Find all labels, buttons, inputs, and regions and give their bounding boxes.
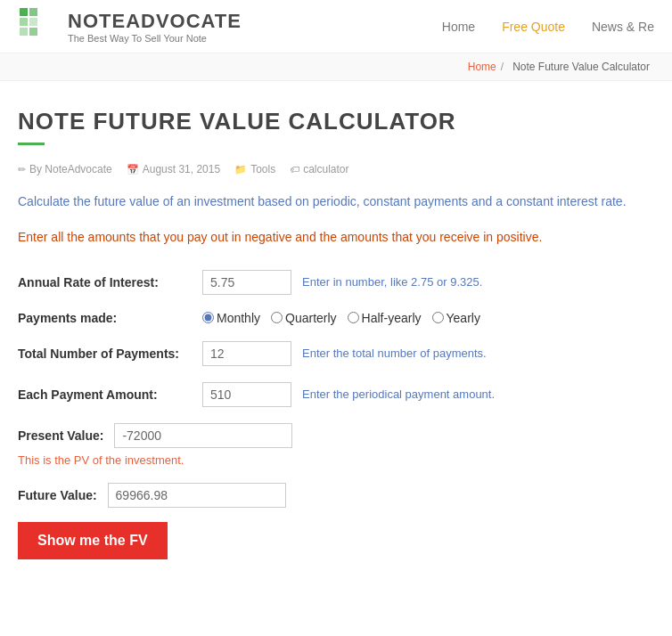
svg-rect-2 bbox=[29, 8, 37, 16]
svg-rect-4 bbox=[29, 18, 37, 26]
future-value-label: Future Value: bbox=[18, 488, 97, 502]
meta-row: By NoteAdvocate August 31, 2015 Tools ca… bbox=[18, 163, 654, 175]
meta-date: August 31, 2015 bbox=[127, 163, 220, 175]
radio-quarterly-label: Quarterly bbox=[285, 311, 337, 325]
logo-text-wrapper: NOTEADVOCATE The Best Way To Sell Your N… bbox=[68, 10, 242, 44]
annual-rate-hint: Enter in number, like 2.75 or 9.325. bbox=[302, 275, 482, 289]
total-payments-row: Total Number of Payments: Enter the tota… bbox=[18, 341, 654, 366]
payments-made-row: Payments made: Monthly Quarterly Half-ye… bbox=[18, 311, 654, 325]
logo-advocate: ADVOCATE bbox=[126, 10, 242, 32]
logo-note: NOTE bbox=[68, 10, 126, 32]
payments-made-label: Payments made: bbox=[18, 311, 192, 325]
annual-rate-input[interactable] bbox=[202, 270, 291, 295]
logo-title: NOTEADVOCATE bbox=[68, 10, 242, 33]
tag-text: calculator bbox=[303, 163, 348, 175]
radio-yearly-label: Yearly bbox=[447, 311, 480, 325]
each-payment-hint: Enter the periodical payment amount. bbox=[302, 387, 495, 401]
header: NOTEADVOCATE The Best Way To Sell Your N… bbox=[0, 0, 672, 53]
nav: Home Free Quote News & Re bbox=[442, 20, 654, 34]
radio-halfyearly-input[interactable] bbox=[348, 312, 359, 323]
present-value-input[interactable] bbox=[114, 423, 292, 448]
present-value-label: Present Value: bbox=[18, 428, 104, 443]
breadcrumb-current: Note Future Value Calculator bbox=[512, 61, 650, 73]
radio-quarterly-input[interactable] bbox=[271, 312, 283, 323]
description-2: Enter all the amounts that you pay out i… bbox=[18, 227, 654, 247]
meta-tag: calculator bbox=[290, 163, 348, 175]
pencil-icon bbox=[18, 163, 26, 175]
radio-yearly[interactable]: Yearly bbox=[432, 311, 480, 325]
logo-area: NOTEADVOCATE The Best Way To Sell Your N… bbox=[18, 6, 242, 47]
radio-monthly-label: Monthly bbox=[217, 311, 260, 325]
radio-group: Monthly Quarterly Half-yearly Yearly bbox=[202, 311, 488, 325]
meta-category: Tools bbox=[234, 163, 275, 175]
page-title: NOTE FUTURE VALUE CALCULATOR bbox=[18, 108, 654, 135]
show-fv-button[interactable]: Show me the FV bbox=[18, 522, 168, 559]
present-value-hint: This is the PV of the investment. bbox=[18, 453, 654, 467]
radio-halfyearly[interactable]: Half-yearly bbox=[348, 311, 422, 325]
each-payment-label: Each Payment Amount: bbox=[18, 387, 192, 402]
svg-rect-6 bbox=[29, 28, 37, 36]
radio-halfyearly-label: Half-yearly bbox=[362, 311, 422, 325]
future-value-input[interactable] bbox=[108, 483, 286, 508]
date-text: August 31, 2015 bbox=[143, 163, 220, 175]
breadcrumb-bar: Home / Note Future Value Calculator bbox=[0, 53, 672, 81]
radio-monthly[interactable]: Monthly bbox=[202, 311, 260, 325]
nav-news[interactable]: News & Re bbox=[592, 20, 654, 34]
radio-yearly-input[interactable] bbox=[432, 312, 444, 323]
each-payment-input[interactable] bbox=[202, 382, 291, 407]
meta-author: By NoteAdvocate bbox=[18, 163, 112, 175]
nav-home[interactable]: Home bbox=[442, 20, 475, 34]
main-content: NOTE FUTURE VALUE CALCULATOR By NoteAdvo… bbox=[0, 81, 672, 577]
logo-icon bbox=[18, 6, 59, 47]
category-text: Tools bbox=[250, 163, 275, 175]
total-payments-label: Total Number of Payments: bbox=[18, 347, 192, 361]
breadcrumb-home[interactable]: Home bbox=[468, 61, 496, 73]
radio-monthly-input[interactable] bbox=[202, 312, 214, 323]
breadcrumb-separator: / bbox=[501, 61, 504, 73]
nav-free-quote[interactable]: Free Quote bbox=[502, 20, 565, 34]
radio-quarterly[interactable]: Quarterly bbox=[271, 311, 337, 325]
annual-rate-row: Annual Rate of Interest: Enter in number… bbox=[18, 270, 654, 295]
svg-rect-3 bbox=[20, 18, 28, 26]
each-payment-row: Each Payment Amount: Enter the periodica… bbox=[18, 382, 654, 407]
annual-rate-label: Annual Rate of Interest: bbox=[18, 275, 192, 289]
total-payments-hint: Enter the total number of payments. bbox=[302, 347, 487, 360]
svg-rect-5 bbox=[20, 28, 28, 36]
title-underline bbox=[18, 143, 45, 145]
present-value-row: Present Value: bbox=[18, 423, 654, 448]
tag-icon bbox=[290, 163, 299, 175]
svg-rect-1 bbox=[20, 8, 28, 16]
logo-subtitle: The Best Way To Sell Your Note bbox=[68, 33, 242, 44]
total-payments-input[interactable] bbox=[202, 341, 291, 366]
folder-icon bbox=[234, 163, 247, 175]
author-text: By NoteAdvocate bbox=[29, 163, 112, 175]
future-value-row: Future Value: bbox=[18, 483, 654, 508]
description-1: Calculate the future value of an investm… bbox=[18, 192, 654, 211]
calendar-icon bbox=[127, 163, 139, 175]
